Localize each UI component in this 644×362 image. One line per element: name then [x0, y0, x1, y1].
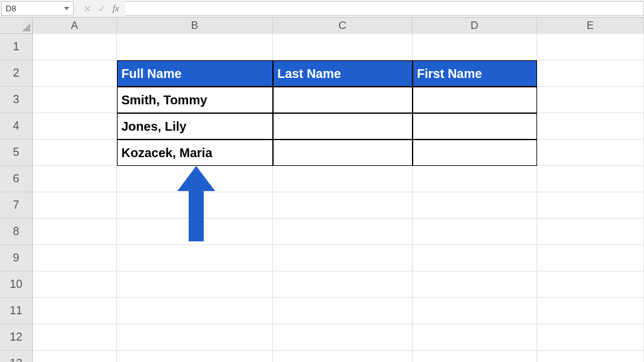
row-header-7[interactable]: 7 [0, 192, 33, 219]
cell-A3[interactable] [33, 87, 117, 113]
cell-C12[interactable] [273, 324, 413, 351]
row-header-2[interactable]: 2 [0, 60, 33, 87]
cell-E1[interactable] [537, 34, 644, 60]
cell-E10[interactable] [537, 272, 644, 298]
cell-E9[interactable] [537, 245, 644, 272]
row-7: 7 [0, 192, 644, 219]
cell-D3[interactable] [413, 87, 537, 113]
cell-E13[interactable] [537, 351, 644, 362]
cell-E4[interactable] [537, 113, 644, 140]
cell-D5[interactable] [413, 140, 537, 166]
cancel-icon: ✕ [84, 4, 92, 13]
cell-B10[interactable] [117, 272, 273, 298]
fx-icon[interactable]: fx [113, 4, 119, 13]
col-header-A[interactable]: A [33, 18, 117, 34]
cell-A4[interactable] [33, 113, 117, 140]
cell-D6[interactable] [413, 166, 537, 192]
row-9: 9 [0, 245, 644, 272]
cell-E11[interactable] [537, 298, 644, 324]
cell-D13[interactable] [413, 351, 537, 362]
cell-A7[interactable] [33, 192, 117, 219]
cell-E6[interactable] [537, 166, 644, 192]
cell-C13[interactable] [273, 351, 413, 362]
row-6: 6 [0, 166, 644, 192]
row-header-11[interactable]: 11 [0, 298, 33, 324]
col-header-D[interactable]: D [413, 18, 537, 34]
enter-icon: ✓ [98, 4, 106, 13]
row-header-12[interactable]: 12 [0, 324, 33, 351]
cell-C3[interactable] [273, 87, 413, 113]
cell-D11[interactable] [413, 298, 537, 324]
cell-D2[interactable]: First Name [413, 60, 537, 87]
cell-B2[interactable]: Full Name [117, 60, 273, 87]
cell-A5[interactable] [33, 140, 117, 166]
cell-B3[interactable]: Smith, Tommy [117, 87, 273, 113]
cell-B5[interactable]: Kozacek, Maria [117, 140, 273, 166]
cell-B12[interactable] [117, 324, 273, 351]
cell-B4[interactable]: Jones, Lily [117, 113, 273, 140]
cell-A9[interactable] [33, 245, 117, 272]
cell-E5[interactable] [537, 140, 644, 166]
cell-C8[interactable] [273, 219, 413, 245]
cell-B8[interactable] [117, 219, 273, 245]
cell-D7[interactable] [413, 192, 537, 219]
col-header-E[interactable]: E [537, 18, 644, 34]
cell-A1[interactable] [33, 34, 117, 60]
cell-C9[interactable] [273, 245, 413, 272]
name-box[interactable]: D8 [1, 1, 74, 16]
cell-C7[interactable] [273, 192, 413, 219]
cell-E12[interactable] [537, 324, 644, 351]
row-header-3[interactable]: 3 [0, 87, 33, 113]
cell-B7[interactable] [117, 192, 273, 219]
row-11: 11 [0, 298, 644, 324]
row-2: 2 Full Name Last Name First Name [0, 60, 644, 87]
cell-A13[interactable] [33, 351, 117, 362]
cell-C2[interactable]: Last Name [273, 60, 413, 87]
row-header-10[interactable]: 10 [0, 272, 33, 298]
row-header-9[interactable]: 9 [0, 245, 33, 272]
cell-C6[interactable] [273, 166, 413, 192]
cell-B9[interactable] [117, 245, 273, 272]
cell-D10[interactable] [413, 272, 537, 298]
cell-D8[interactable] [413, 219, 537, 245]
row-header-6[interactable]: 6 [0, 166, 33, 192]
name-box-dropdown-icon[interactable] [64, 7, 69, 10]
cell-D9[interactable] [413, 245, 537, 272]
formula-input[interactable] [125, 1, 644, 16]
cell-C11[interactable] [273, 298, 413, 324]
cell-B1[interactable] [117, 34, 273, 60]
col-header-C[interactable]: C [273, 18, 413, 34]
cell-A11[interactable] [33, 298, 117, 324]
cell-C1[interactable] [273, 34, 413, 60]
row-header-1[interactable]: 1 [0, 34, 33, 60]
formula-bar-buttons: ✕ ✓ fx [77, 0, 125, 17]
row-header-8[interactable]: 8 [0, 219, 33, 245]
spreadsheet-grid: A B C D E 1 2 Full Name Last Name First … [0, 18, 644, 362]
cell-E7[interactable] [537, 192, 644, 219]
row-header-13[interactable]: 13 [0, 351, 33, 362]
cell-E8[interactable] [537, 219, 644, 245]
cell-A12[interactable] [33, 324, 117, 351]
row-header-5[interactable]: 5 [0, 140, 33, 166]
cell-A10[interactable] [33, 272, 117, 298]
cell-B11[interactable] [117, 298, 273, 324]
cell-A6[interactable] [33, 166, 117, 192]
select-all-corner[interactable] [0, 18, 33, 34]
formula-bar: D8 ⋮ ✕ ✓ fx [0, 0, 644, 18]
cell-E2[interactable] [537, 60, 644, 87]
col-header-B[interactable]: B [117, 18, 273, 34]
cell-B13[interactable] [117, 351, 273, 362]
cell-D4[interactable] [413, 113, 537, 140]
rows: 1 2 Full Name Last Name First Name 3 Smi… [0, 34, 644, 362]
cell-C10[interactable] [273, 272, 413, 298]
cell-A2[interactable] [33, 60, 117, 87]
cell-C5[interactable] [273, 140, 413, 166]
cell-B6[interactable] [117, 166, 273, 192]
cell-A8[interactable] [33, 219, 117, 245]
cell-C4[interactable] [273, 113, 413, 140]
row-3: 3 Smith, Tommy [0, 87, 644, 113]
cell-D12[interactable] [413, 324, 537, 351]
cell-E3[interactable] [537, 87, 644, 113]
cell-D1[interactable] [413, 34, 537, 60]
row-header-4[interactable]: 4 [0, 113, 33, 140]
